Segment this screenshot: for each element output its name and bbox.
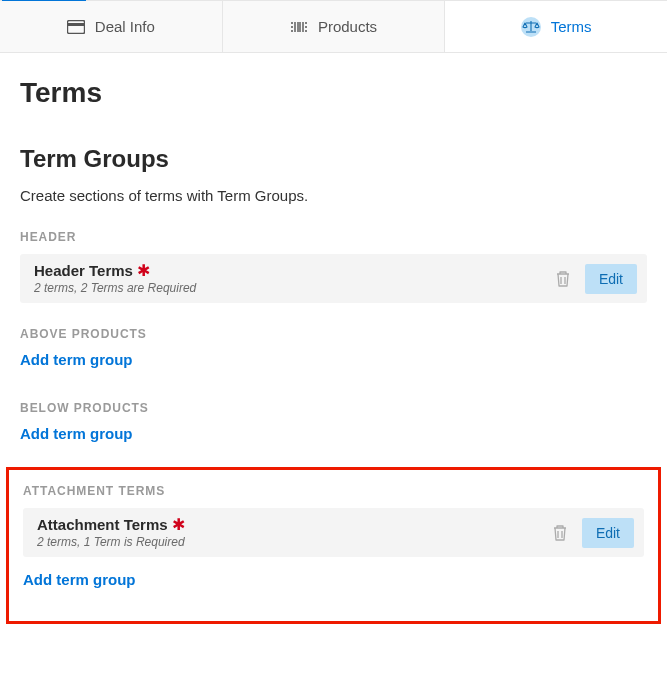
tab-deal-info[interactable]: Deal Info — [0, 1, 223, 52]
required-star-icon: ✱ — [137, 263, 150, 279]
tab-products[interactable]: Products — [223, 1, 446, 52]
svg-rect-0 — [67, 20, 84, 33]
svg-rect-1 — [67, 23, 84, 26]
section-desc: Create sections of terms with Term Group… — [20, 187, 647, 204]
trash-icon[interactable] — [552, 524, 568, 542]
tab-terms[interactable]: Terms — [445, 1, 667, 52]
tab-indicator — [2, 0, 86, 1]
term-group-card: Header Terms ✱ 2 terms, 2 Terms are Requ… — [20, 254, 647, 303]
highlight-attachment-terms: ATTACHMENT TERMS Attachment Terms ✱ 2 te… — [6, 467, 661, 624]
term-group-card: Attachment Terms ✱ 2 terms, 1 Term is Re… — [23, 508, 644, 557]
group-label-header: HEADER — [20, 230, 647, 244]
card-subtitle: 2 terms, 1 Term is Required — [37, 535, 552, 549]
card-main: Attachment Terms ✱ 2 terms, 1 Term is Re… — [37, 516, 552, 549]
trash-icon[interactable] — [555, 270, 571, 288]
required-star-icon: ✱ — [172, 517, 185, 533]
tab-strip: Deal Info Products Terms — [0, 0, 667, 53]
barcode-icon — [290, 20, 308, 34]
add-term-group-link[interactable]: Add term group — [23, 571, 136, 588]
tab-label: Products — [318, 18, 377, 35]
scales-icon — [521, 17, 541, 37]
section-title-term-groups: Term Groups — [20, 145, 647, 173]
card-title-text: Header Terms — [34, 262, 133, 279]
page-title: Terms — [20, 77, 647, 109]
card-actions: Edit — [555, 264, 637, 294]
tab-label: Deal Info — [95, 18, 155, 35]
card-title: Header Terms ✱ — [34, 262, 150, 279]
group-label-below-products: BELOW PRODUCTS — [20, 401, 647, 415]
card-title-text: Attachment Terms — [37, 516, 168, 533]
card-main: Header Terms ✱ 2 terms, 2 Terms are Requ… — [34, 262, 555, 295]
group-label-above-products: ABOVE PRODUCTS — [20, 327, 647, 341]
card-title: Attachment Terms ✱ — [37, 516, 185, 533]
edit-button[interactable]: Edit — [585, 264, 637, 294]
group-label-attachment-terms: ATTACHMENT TERMS — [23, 484, 644, 498]
group-attachment-terms: ATTACHMENT TERMS Attachment Terms ✱ 2 te… — [23, 484, 644, 589]
card-actions: Edit — [552, 518, 634, 548]
page-body: Terms Term Groups Create sections of ter… — [0, 53, 667, 634]
tab-label: Terms — [551, 18, 592, 35]
edit-button[interactable]: Edit — [582, 518, 634, 548]
card-icon — [67, 20, 85, 34]
group-header: HEADER Header Terms ✱ 2 terms, 2 Terms a… — [20, 230, 647, 303]
add-term-group-link[interactable]: Add term group — [20, 351, 133, 368]
group-above-products: ABOVE PRODUCTS Add term group — [20, 327, 647, 369]
card-subtitle: 2 terms, 2 Terms are Required — [34, 281, 555, 295]
add-term-group-link[interactable]: Add term group — [20, 425, 133, 442]
group-below-products: BELOW PRODUCTS Add term group — [20, 401, 647, 443]
